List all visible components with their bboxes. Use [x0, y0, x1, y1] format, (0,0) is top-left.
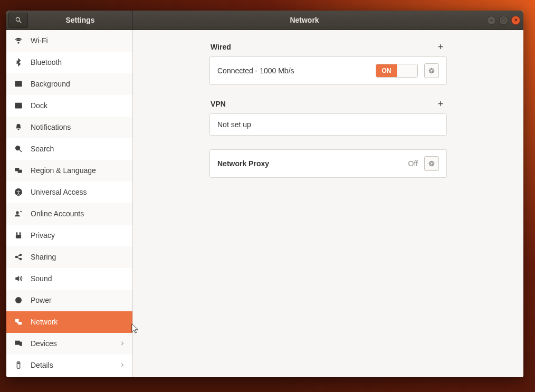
gear-icon — [428, 67, 435, 74]
maximize-icon: ▢ — [501, 18, 506, 23]
sidebar-item-label: Region & Language — [31, 166, 96, 175]
sidebar-item-sound[interactable]: Sound — [6, 268, 132, 290]
search-icon — [14, 145, 23, 153]
svg-point-12 — [16, 212, 18, 214]
settings-title: Settings — [28, 16, 132, 24]
vpn-section: VPN + Not set up — [209, 99, 447, 136]
details-icon — [14, 361, 23, 369]
titlebar-left: Settings — [6, 11, 133, 30]
wired-toggle[interactable]: ON — [376, 64, 418, 78]
svg-rect-18 — [16, 319, 18, 321]
network-icon — [14, 318, 23, 326]
sidebar-item-label: Network — [31, 318, 58, 326]
sidebar-item-privacy[interactable]: Privacy — [6, 225, 132, 246]
content-area: Wired + Connected - 1000 Mb/s ON — [133, 30, 523, 377]
sidebar-item-notifications[interactable]: Notifications — [6, 117, 132, 138]
wired-section: Wired + Connected - 1000 Mb/s ON — [209, 42, 447, 85]
sidebar-item-label: Sharing — [31, 253, 56, 261]
close-icon: ✕ — [514, 18, 518, 23]
settings-window: Settings Network – ▢ ✕ Wi-Fi Bluetooth B… — [6, 11, 523, 377]
accounts-icon — [14, 209, 23, 218]
sidebar-item-sharing[interactable]: Sharing — [6, 246, 132, 268]
wired-status: Connected - 1000 Mb/s — [217, 66, 294, 75]
wired-settings-button[interactable] — [424, 63, 439, 78]
proxy-section: Network Proxy Off — [209, 149, 447, 178]
sidebar-item-label: Dock — [31, 101, 47, 110]
privacy-icon — [14, 231, 23, 240]
vpn-title: VPN — [211, 100, 226, 108]
close-button[interactable]: ✕ — [511, 16, 520, 25]
sidebar-item-label: Notifications — [31, 123, 71, 131]
sidebar-item-label: Power — [31, 296, 52, 304]
wired-card: Connected - 1000 Mb/s ON — [209, 56, 447, 85]
proxy-row[interactable]: Network Proxy Off — [210, 150, 446, 177]
add-wired-button[interactable]: + — [435, 42, 446, 52]
proxy-settings-button[interactable] — [424, 156, 439, 171]
vpn-status: Not set up — [217, 120, 251, 129]
wired-row[interactable]: Connected - 1000 Mb/s ON — [210, 57, 446, 84]
accessibility-icon — [14, 188, 23, 196]
vpn-header: VPN + — [209, 99, 447, 113]
sidebar-item-online-accounts[interactable]: Online Accounts — [6, 203, 132, 225]
svg-point-2 — [18, 42, 19, 43]
sidebar-item-region-language[interactable]: Region & Language — [6, 160, 132, 181]
sidebar-item-label: Devices — [31, 339, 57, 348]
bell-icon — [14, 123, 23, 131]
svg-point-6 — [16, 146, 20, 150]
proxy-card: Network Proxy Off — [209, 149, 447, 178]
chevron-right-icon — [120, 339, 125, 348]
minimize-icon: – — [490, 18, 493, 23]
maximize-button[interactable]: ▢ — [499, 16, 508, 25]
chevron-right-icon — [120, 361, 125, 369]
background-icon — [14, 80, 23, 88]
vpn-card: Not set up — [209, 113, 447, 136]
window-controls: – ▢ ✕ — [487, 11, 520, 30]
power-icon — [14, 296, 23, 304]
wired-header: Wired + — [209, 42, 447, 56]
proxy-status: Off — [408, 159, 418, 168]
gear-icon — [428, 160, 435, 167]
sidebar-item-power[interactable]: Power — [6, 290, 132, 311]
sidebar-item-network[interactable]: Network — [6, 311, 132, 333]
sidebar-item-label: Online Accounts — [31, 209, 84, 218]
svg-point-0 — [16, 17, 20, 21]
svg-line-1 — [19, 21, 21, 23]
devices-icon — [14, 339, 23, 348]
vpn-row[interactable]: Not set up — [210, 114, 446, 135]
sidebar-item-devices[interactable]: Devices — [6, 333, 132, 355]
sidebar-item-universal-access[interactable]: Universal Access — [6, 181, 132, 203]
toggle-on-label: ON — [376, 64, 397, 77]
sidebar-item-search[interactable]: Search — [6, 138, 132, 160]
wired-title: Wired — [211, 43, 231, 51]
sidebar-item-bluetooth[interactable]: Bluetooth — [6, 52, 132, 73]
sidebar-item-label: Wi-Fi — [31, 36, 48, 45]
wifi-icon — [14, 36, 23, 45]
bluetooth-icon — [14, 58, 23, 66]
sidebar-item-wifi[interactable]: Wi-Fi — [6, 30, 132, 52]
sidebar-item-dock[interactable]: Dock — [6, 95, 132, 117]
minimize-button[interactable]: – — [487, 16, 496, 25]
region-icon — [14, 166, 23, 175]
sidebar-item-label: Details — [31, 361, 53, 369]
add-vpn-button[interactable]: + — [435, 99, 446, 109]
toggle-knob — [397, 64, 417, 77]
sidebar-item-label: Background — [31, 80, 70, 88]
svg-rect-9 — [18, 170, 22, 173]
sidebar-item-label: Search — [31, 145, 54, 153]
svg-rect-21 — [20, 342, 22, 346]
search-button[interactable] — [8, 13, 28, 28]
svg-rect-20 — [15, 341, 20, 345]
dock-icon — [14, 101, 23, 110]
sidebar-item-label: Privacy — [31, 231, 55, 240]
svg-rect-5 — [15, 106, 22, 108]
sidebar-item-background[interactable]: Background — [6, 73, 132, 95]
svg-point-11 — [18, 190, 19, 191]
sidebar-item-label: Sound — [31, 274, 52, 283]
sidebar-item-details[interactable]: Details — [6, 355, 132, 376]
sound-icon — [14, 274, 23, 283]
svg-line-7 — [20, 150, 22, 152]
svg-rect-19 — [18, 322, 21, 324]
search-icon — [15, 16, 22, 24]
sidebar: Wi-Fi Bluetooth Background Dock Notifica… — [6, 30, 133, 377]
svg-rect-23 — [18, 363, 20, 364]
